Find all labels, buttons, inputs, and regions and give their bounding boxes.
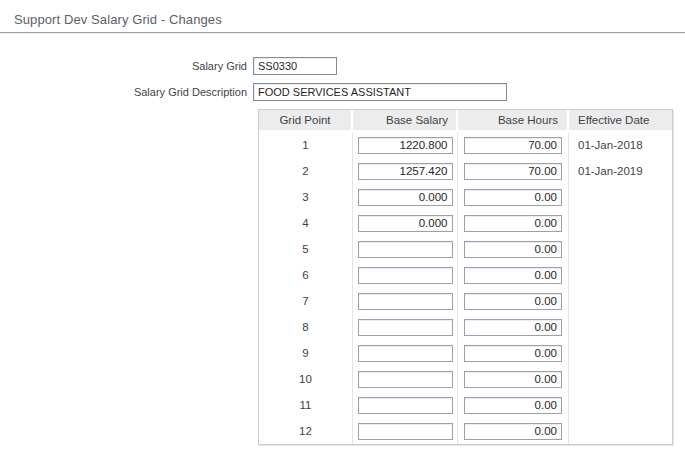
salary-grid-input[interactable]	[253, 57, 337, 75]
table-row: 5	[259, 236, 672, 262]
table-row: 2 01-Jan-2019	[259, 158, 672, 184]
base-salary-cell	[353, 210, 458, 236]
base-salary-input[interactable]	[358, 423, 453, 440]
base-hours-cell	[458, 262, 569, 288]
salary-grid-description-row: Salary Grid Description	[0, 83, 685, 101]
base-hours-cell	[458, 418, 569, 444]
grid-point-cell: 12	[259, 418, 353, 444]
effective-date-cell	[569, 210, 672, 236]
base-salary-input[interactable]	[358, 319, 453, 336]
salary-grid-form: Salary Grid Salary Grid Description	[0, 57, 685, 101]
base-hours-input[interactable]	[464, 215, 562, 232]
base-hours-input[interactable]	[464, 319, 562, 336]
grid-point-cell: 6	[259, 262, 353, 288]
base-hours-input[interactable]	[464, 137, 562, 154]
table-row: 1 01-Jan-2018	[259, 132, 672, 158]
base-hours-cell	[458, 158, 569, 184]
base-salary-cell	[353, 392, 458, 418]
table-row: 3	[259, 184, 672, 210]
base-hours-cell	[458, 236, 569, 262]
grid-point-cell: 5	[259, 236, 353, 262]
base-hours-header: Base Hours	[458, 110, 569, 132]
base-salary-cell	[353, 262, 458, 288]
base-salary-cell	[353, 366, 458, 392]
grid-point-header: Grid Point	[259, 110, 353, 132]
grid-point-cell: 8	[259, 314, 353, 340]
table-row: 10	[259, 366, 672, 392]
base-salary-input[interactable]	[358, 371, 453, 388]
effective-date-cell	[569, 366, 672, 392]
table-header-row: Grid Point Base Salary Base Hours Effect…	[259, 110, 672, 132]
salary-grid-label: Salary Grid	[0, 60, 253, 72]
table-row: 4	[259, 210, 672, 236]
title-divider	[0, 32, 685, 34]
base-hours-cell	[458, 184, 569, 210]
base-hours-input[interactable]	[464, 241, 562, 258]
base-salary-input[interactable]	[358, 267, 453, 284]
effective-date-cell	[569, 184, 672, 210]
base-hours-input[interactable]	[464, 189, 562, 206]
effective-date-cell	[569, 340, 672, 366]
table-row: 12	[259, 418, 672, 444]
base-hours-input[interactable]	[464, 267, 562, 284]
base-hours-input[interactable]	[464, 345, 562, 362]
base-salary-cell	[353, 158, 458, 184]
grid-point-cell: 9	[259, 340, 353, 366]
grid-point-cell: 4	[259, 210, 353, 236]
table-row: 9	[259, 340, 672, 366]
base-hours-input[interactable]	[464, 293, 562, 310]
effective-date-cell	[569, 288, 672, 314]
grid-point-cell: 2	[259, 158, 353, 184]
base-hours-cell	[458, 288, 569, 314]
base-salary-input[interactable]	[358, 293, 453, 310]
base-salary-input[interactable]	[358, 397, 453, 414]
base-salary-header: Base Salary	[353, 110, 458, 132]
grid-point-cell: 7	[259, 288, 353, 314]
base-salary-cell	[353, 236, 458, 262]
salary-grid-table: Grid Point Base Salary Base Hours Effect…	[258, 109, 673, 445]
base-hours-input[interactable]	[464, 397, 562, 414]
salary-grid-table-container: Grid Point Base Salary Base Hours Effect…	[258, 109, 685, 445]
base-salary-input[interactable]	[358, 189, 453, 206]
effective-date-cell	[569, 314, 672, 340]
effective-date-cell: 01-Jan-2018	[569, 132, 672, 158]
table-row: 8	[259, 314, 672, 340]
page-title: Support Dev Salary Grid - Changes	[14, 12, 222, 27]
effective-date-cell	[569, 418, 672, 444]
base-hours-cell	[458, 340, 569, 366]
salary-grid-description-input[interactable]	[253, 83, 507, 101]
base-salary-cell	[353, 340, 458, 366]
base-salary-input[interactable]	[358, 163, 453, 180]
effective-date-cell	[569, 262, 672, 288]
grid-point-cell: 3	[259, 184, 353, 210]
base-hours-cell	[458, 366, 569, 392]
effective-date-cell	[569, 236, 672, 262]
base-salary-input[interactable]	[358, 215, 453, 232]
base-salary-input[interactable]	[358, 241, 453, 258]
base-salary-cell	[353, 184, 458, 210]
effective-date-header: Effective Date	[569, 110, 672, 132]
base-hours-input[interactable]	[464, 163, 562, 180]
base-salary-cell	[353, 132, 458, 158]
salary-grid-description-label: Salary Grid Description	[0, 86, 253, 98]
effective-date-cell: 01-Jan-2019	[569, 158, 672, 184]
salary-grid-row: Salary Grid	[0, 57, 685, 75]
table-row: 11	[259, 392, 672, 418]
grid-point-cell: 1	[259, 132, 353, 158]
base-salary-cell	[353, 418, 458, 444]
grid-point-cell: 10	[259, 366, 353, 392]
base-hours-cell	[458, 392, 569, 418]
table-row: 6	[259, 262, 672, 288]
table-row: 7	[259, 288, 672, 314]
base-hours-cell	[458, 210, 569, 236]
base-hours-input[interactable]	[464, 423, 562, 440]
grid-point-cell: 11	[259, 392, 353, 418]
base-salary-cell	[353, 288, 458, 314]
base-hours-input[interactable]	[464, 371, 562, 388]
effective-date-cell	[569, 392, 672, 418]
base-salary-input[interactable]	[358, 137, 453, 154]
title-bar: Support Dev Salary Grid - Changes	[0, 0, 685, 32]
base-salary-input[interactable]	[358, 345, 453, 362]
base-hours-cell	[458, 132, 569, 158]
base-salary-cell	[353, 314, 458, 340]
